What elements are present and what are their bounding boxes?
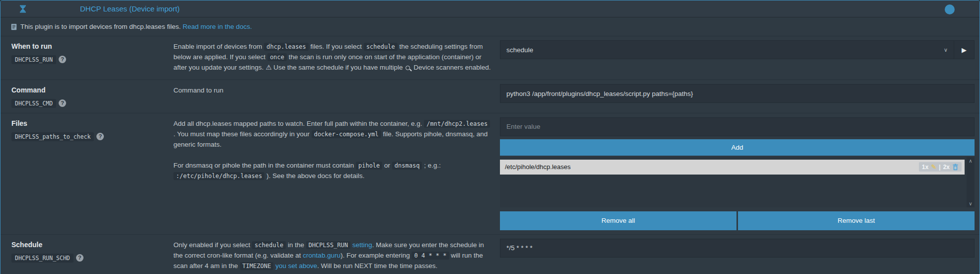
schedule-input[interactable] (500, 239, 975, 258)
setting-control-column: Add /etc/pihole/dhcp.leases 1x ✎ | 2x (494, 113, 980, 234)
scroll-down-icon[interactable]: ∨ (969, 201, 972, 206)
help-icon[interactable]: ? (59, 56, 66, 63)
docs-icon (10, 23, 17, 30)
plugin-info-bar: This plugin is to import devices from dh… (0, 17, 980, 36)
setting-description: Enable import of devices from dhcp.lease… (173, 36, 494, 80)
setting-row-files: Files DHCPLSS_paths_to_check? Add all dh… (0, 113, 980, 235)
delete-count-badge: 2x (943, 164, 950, 171)
setting-link[interactable]: setting (352, 241, 372, 249)
plugin-info-text: This plugin is to import devices from dh… (20, 23, 252, 30)
hourglass-icon (18, 4, 27, 13)
crontab-guru-link[interactable]: crontab.guru (303, 252, 340, 259)
setting-description: Only enabled if you select schedule in t… (173, 235, 494, 274)
panel-header: DHCP Leases (Device import) (0, 0, 980, 17)
setting-label-column: Schedule DHCPLSS_RUN_SCHD? (0, 235, 173, 274)
paths-list-scroll: /etc/pihole/dhcp.leases 1x ✎ | 2x (500, 157, 965, 175)
setting-label-column: When to run DHCPLSS_RUN? (0, 36, 173, 80)
paragraph-gap (173, 150, 491, 160)
setting-description: Command to run (173, 80, 494, 113)
timezone-link[interactable]: you set above (275, 262, 317, 270)
trash-icon[interactable] (952, 164, 959, 171)
item-action-badges: 1x ✎ | 2x (919, 162, 962, 172)
run-mode-selected-value: schedule (506, 46, 533, 54)
list-scrollbar[interactable]: ∧ ∨ (967, 157, 975, 207)
badge-separator: | (939, 164, 940, 171)
plugin-status-dot[interactable] (945, 4, 955, 14)
setting-label-column: Files DHCPLSS_paths_to_check? (0, 113, 173, 234)
setting-label-column: Command DHCPLSS_CMD? (0, 80, 173, 113)
list-item[interactable]: /etc/pihole/dhcp.leases 1x ✎ | 2x (500, 160, 965, 175)
setting-label: Command (11, 86, 167, 94)
docs-link[interactable]: Read more in the docs. (182, 23, 252, 30)
new-path-input[interactable] (500, 117, 975, 136)
setting-description: Add all dhcp.leases mapped paths to watc… (173, 113, 494, 234)
scroll-up-icon[interactable]: ∧ (969, 158, 972, 164)
help-icon[interactable]: ? (76, 254, 83, 262)
help-icon[interactable]: ? (96, 133, 104, 140)
magnifier-icon (406, 66, 410, 70)
setting-code-badge: DHCPLSS_paths_to_check (11, 132, 94, 141)
paths-list: /etc/pihole/dhcp.leases 1x ✎ | 2x (500, 157, 975, 207)
run-mode-select[interactable]: schedule ∨ (500, 40, 954, 59)
setting-code-badge: DHCPLSS_CMD (11, 99, 56, 108)
files-description-p2: For dnsmasq or pihole the path in the co… (173, 160, 491, 181)
warning-icon: ⚠ (265, 64, 271, 71)
add-button[interactable]: Add (500, 139, 975, 156)
setting-control-column: schedule ∨ ▶ (494, 36, 980, 80)
run-now-button[interactable]: ▶ (954, 40, 975, 59)
setting-code-badge: DHCPLSS_RUN_SCHD (11, 254, 74, 263)
setting-control-column (494, 235, 980, 274)
page-title: DHCP Leases (Device import) (80, 4, 180, 13)
setting-row-schedule: Schedule DHCPLSS_RUN_SCHD? Only enabled … (0, 235, 980, 274)
edit-icon[interactable]: ✎ (931, 163, 936, 171)
setting-label: Files (11, 119, 167, 127)
setting-label: When to run (11, 42, 167, 50)
command-input[interactable] (500, 84, 975, 103)
chevron-down-icon: ∨ (944, 47, 948, 53)
plugin-settings-panel: DHCP Leases (Device import) This plugin … (0, 0, 980, 274)
files-description-p1: Add all dhcp.leases mapped paths to watc… (173, 118, 491, 150)
setting-label: Schedule (11, 241, 167, 249)
setting-control-column (494, 80, 980, 113)
setting-code-badge: DHCPLSS_RUN (11, 55, 56, 64)
remove-last-button[interactable]: Remove last (738, 211, 975, 230)
help-icon[interactable]: ? (59, 99, 66, 107)
setting-row-command: Command DHCPLSS_CMD? Command to run (0, 80, 980, 113)
remove-buttons-row: Remove all Remove last (500, 211, 975, 230)
path-value: /etc/pihole/dhcp.leases (505, 163, 919, 171)
remove-all-button[interactable]: Remove all (500, 211, 736, 230)
setting-row-when-to-run: When to run DHCPLSS_RUN? Enable import o… (0, 36, 980, 80)
edit-count-badge: 1x (922, 164, 928, 171)
play-icon: ▶ (962, 46, 967, 54)
